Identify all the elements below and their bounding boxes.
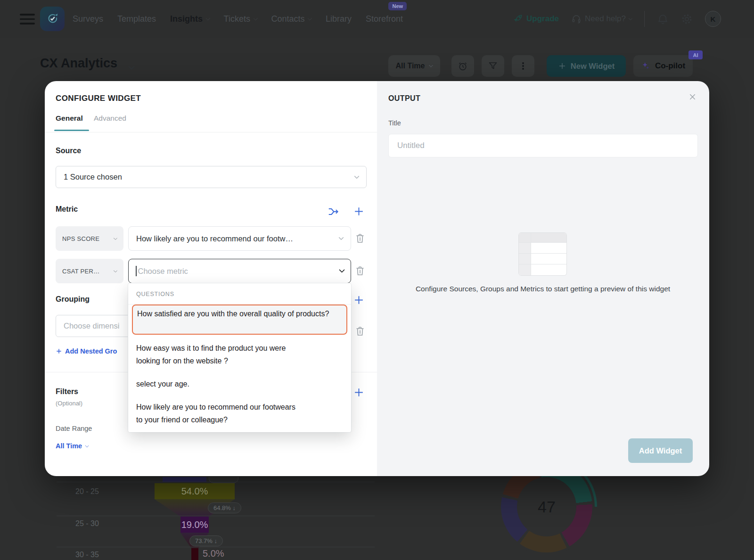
funnel-drop-badge: 64.8% ↓ bbox=[208, 502, 241, 513]
kebab-menu-icon bbox=[517, 60, 529, 72]
dropdown-option[interactable]: How likely are you to recommend our foot… bbox=[136, 401, 300, 426]
nav-right-cluster: Upgrade Need help? K bbox=[513, 0, 754, 38]
empty-state-text: Configure Sources, Groups and Metrics to… bbox=[387, 285, 698, 293]
divider bbox=[45, 132, 377, 132]
alarm-clock-icon bbox=[457, 60, 468, 72]
divider bbox=[644, 11, 645, 27]
funnel-row-label: 30 - 35 bbox=[75, 551, 99, 559]
metric-type-dropdown[interactable]: NPS SCORE bbox=[56, 226, 123, 251]
configure-panel: CONFIGURE WIDGET General Advanced Source… bbox=[45, 81, 377, 476]
app-logo[interactable] bbox=[40, 7, 65, 31]
add-nested-group-link[interactable]: Add Nested Gro bbox=[56, 347, 130, 355]
add-metric-icon[interactable] bbox=[353, 206, 365, 217]
divider bbox=[57, 482, 375, 482]
widget-title-label: Title bbox=[388, 119, 401, 127]
settings-gear-icon[interactable] bbox=[681, 13, 693, 25]
filter-button[interactable] bbox=[482, 55, 504, 77]
nav-item-tickets[interactable]: Tickets bbox=[224, 14, 257, 24]
more-options-button[interactable] bbox=[512, 55, 534, 77]
chevron-down-icon bbox=[254, 16, 258, 20]
tab-general[interactable]: General bbox=[56, 114, 83, 123]
dropdown-option[interactable]: How easy was it to find the product you … bbox=[136, 342, 311, 367]
top-navbar: Surveys Templates Insights Tickets Conta… bbox=[0, 0, 754, 38]
chevron-down-icon bbox=[206, 16, 210, 20]
delete-grouping-icon[interactable] bbox=[355, 326, 365, 337]
date-range-value-dropdown[interactable]: All Time bbox=[56, 442, 89, 450]
funnel-row-label: 25 - 30 bbox=[75, 519, 99, 528]
metric-label: Metric bbox=[56, 205, 78, 214]
new-badge: New bbox=[388, 2, 407, 10]
funnel-bar-value: 5.0% bbox=[203, 548, 224, 559]
chevron-down-icon bbox=[308, 16, 312, 20]
grouping-label: Grouping bbox=[56, 295, 90, 304]
nav-item-storefront[interactable]: Storefront New bbox=[366, 14, 403, 24]
filters-optional-label: (Optional) bbox=[56, 400, 82, 407]
delete-metric-icon[interactable] bbox=[355, 233, 365, 244]
funnel-bar bbox=[191, 548, 198, 560]
copilot-button[interactable]: Co-pilot bbox=[633, 55, 693, 77]
divider bbox=[57, 516, 375, 516]
notifications-bell-icon[interactable] bbox=[657, 13, 669, 25]
plus-icon bbox=[558, 62, 566, 70]
nav-item-insights[interactable]: Insights bbox=[170, 14, 210, 24]
upgrade-button[interactable]: Upgrade bbox=[513, 14, 559, 24]
add-filter-icon[interactable] bbox=[353, 387, 365, 398]
tab-advanced[interactable]: Advanced bbox=[94, 114, 126, 123]
date-range-label: Date Range bbox=[56, 425, 92, 432]
schedule-alarm-button[interactable] bbox=[451, 55, 474, 77]
plus-icon bbox=[56, 348, 62, 354]
need-help-button[interactable]: Need help? bbox=[571, 14, 632, 24]
output-panel: OUTPUT Title Configure Sources, Groups a… bbox=[377, 81, 709, 476]
choose-metric-combobox[interactable] bbox=[128, 259, 351, 283]
nav-item-templates[interactable]: Templates bbox=[117, 14, 156, 24]
headset-icon bbox=[571, 14, 582, 24]
page-title: CX Analytics bbox=[40, 56, 117, 71]
hamburger-menu-icon[interactable] bbox=[20, 14, 35, 27]
dropdown-option-highlighted[interactable]: How satisfied are you with the overall q… bbox=[132, 305, 347, 335]
ai-badge: AI bbox=[688, 50, 703, 59]
close-icon[interactable] bbox=[688, 92, 697, 101]
metric-question-select[interactable]: How likely are you to recommend our foot… bbox=[128, 226, 351, 251]
metric-type-dropdown[interactable]: CSAT PER… bbox=[56, 259, 123, 283]
nav-item-library[interactable]: Library bbox=[326, 14, 352, 24]
new-widget-button[interactable]: New Widget bbox=[547, 55, 626, 77]
table-placeholder-icon bbox=[518, 232, 567, 276]
combine-metrics-icon[interactable] bbox=[328, 206, 340, 217]
output-title: OUTPUT bbox=[388, 94, 420, 103]
bird-logo-icon bbox=[45, 11, 60, 26]
widget-title-input[interactable] bbox=[388, 134, 698, 157]
nav-item-surveys[interactable]: Surveys bbox=[73, 14, 103, 24]
dropdown-group-label: QUESTIONS bbox=[136, 291, 174, 297]
filters-label: Filters bbox=[56, 387, 78, 396]
add-widget-button[interactable]: Add Widget bbox=[628, 438, 693, 463]
funnel-bar: 54.0% bbox=[155, 483, 235, 499]
nav-menu: Surveys Templates Insights Tickets Conta… bbox=[73, 0, 403, 38]
dropdown-option[interactable]: select your age. bbox=[136, 378, 189, 390]
funnel-row-label: 20 - 25 bbox=[75, 487, 99, 496]
add-grouping-icon[interactable] bbox=[353, 294, 365, 306]
chevron-down-icon bbox=[629, 16, 632, 20]
metric-options-dropdown: QUESTIONS How satisfied are you with the… bbox=[128, 283, 351, 432]
delete-metric-icon[interactable] bbox=[355, 265, 365, 277]
divider bbox=[57, 547, 375, 547]
chevron-down-icon bbox=[429, 63, 434, 68]
chevron-down-icon bbox=[338, 235, 344, 240]
chevron-down-icon bbox=[85, 444, 89, 447]
time-range-dropdown[interactable]: All Time bbox=[388, 55, 440, 77]
page-title-chevron-icon[interactable] bbox=[129, 62, 134, 71]
avatar[interactable]: K bbox=[705, 11, 721, 27]
source-select[interactable]: 1 Source chosen bbox=[56, 166, 367, 188]
funnel-drop-badge: 73.7% ↓ bbox=[189, 535, 223, 546]
modal-title: CONFIGURE WIDGET bbox=[56, 94, 141, 103]
funnel-filter-icon bbox=[487, 60, 499, 72]
source-label: Source bbox=[56, 147, 81, 155]
sparkle-icon bbox=[641, 61, 651, 71]
nav-item-contacts[interactable]: Contacts bbox=[271, 14, 311, 24]
chevron-down-icon bbox=[339, 267, 345, 273]
chevron-down-icon bbox=[354, 173, 359, 179]
rocket-icon bbox=[513, 14, 523, 24]
active-tab-indicator bbox=[54, 130, 89, 131]
chevron-down-icon bbox=[114, 269, 117, 272]
funnel-drop-badge-fragment bbox=[209, 477, 238, 483]
choose-metric-input[interactable] bbox=[138, 267, 340, 276]
